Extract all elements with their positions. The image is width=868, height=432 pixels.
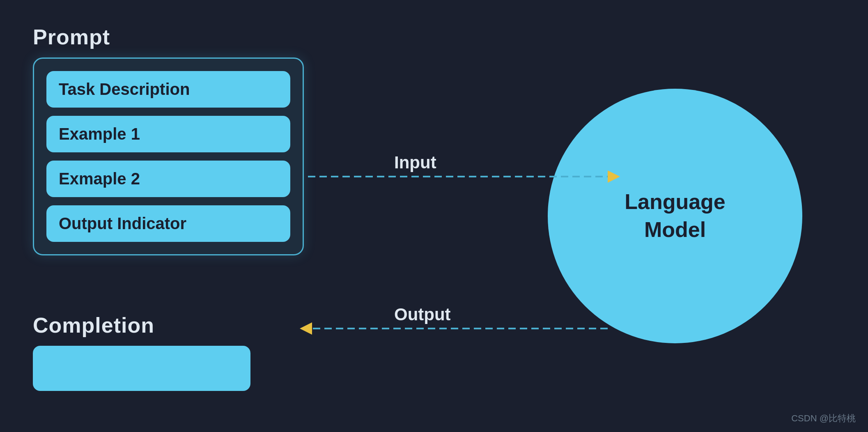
- svg-text:Input: Input: [394, 153, 436, 172]
- language-model-text: LanguageModel: [625, 188, 726, 244]
- example-2-item: Exmaple 2: [46, 161, 290, 197]
- completion-label: Completion: [33, 313, 250, 338]
- prompt-label: Prompt: [33, 25, 304, 49]
- language-model-circle: LanguageModel: [548, 89, 802, 343]
- task-description-item: Task Description: [46, 71, 290, 108]
- prompt-section: Prompt Task Description Example 1 Exmapl…: [33, 25, 304, 255]
- diagram-container: Prompt Task Description Example 1 Exmapl…: [0, 0, 868, 432]
- prompt-box: Task Description Example 1 Exmaple 2 Out…: [33, 57, 304, 255]
- completion-section: Completion: [33, 313, 250, 391]
- svg-text:Output: Output: [394, 305, 451, 324]
- watermark: CSDN @比特桃: [791, 412, 856, 425]
- output-indicator-item: Output Indicator: [46, 205, 290, 242]
- completion-box: [33, 346, 250, 391]
- example-1-item: Example 1: [46, 116, 290, 152]
- svg-marker-4: [300, 322, 312, 335]
